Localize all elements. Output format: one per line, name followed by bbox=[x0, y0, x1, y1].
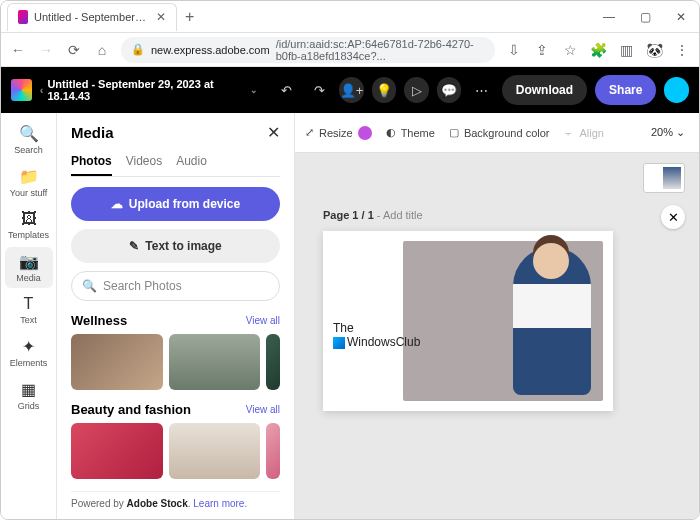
close-tab-icon[interactable]: ✕ bbox=[156, 10, 166, 24]
align-icon: ⫟ bbox=[563, 127, 574, 139]
search-icon: 🔍 bbox=[82, 279, 97, 293]
page-label[interactable]: Page 1 / 1 - Add title bbox=[323, 209, 423, 221]
extensions-icon[interactable]: 🧩 bbox=[589, 41, 607, 59]
grids-icon: ▦ bbox=[21, 380, 36, 399]
tab-favicon bbox=[18, 10, 28, 24]
app-header: ‹ Untitled - September 29, 2023 at 18.14… bbox=[1, 67, 699, 113]
download-button[interactable]: Download bbox=[502, 75, 587, 105]
elements-icon: ✦ bbox=[22, 337, 35, 356]
share-url-icon[interactable]: ⇪ bbox=[533, 41, 551, 59]
bgcolor-tool[interactable]: ▢Background color bbox=[449, 126, 550, 139]
stock-photo-thumb[interactable] bbox=[266, 334, 280, 390]
address-bar[interactable]: 🔒 new.express.adobe.com/id/urn:aaid:sc:A… bbox=[121, 37, 495, 63]
help-icon[interactable]: 💡 bbox=[372, 77, 397, 103]
wellness-thumbs bbox=[71, 334, 280, 390]
logo-square-icon bbox=[333, 337, 345, 349]
page-thumbnail[interactable] bbox=[643, 163, 685, 193]
breadcrumb[interactable]: ‹ Untitled - September 29, 2023 at 18.14… bbox=[40, 78, 259, 102]
align-tool: ⫟Align bbox=[563, 127, 603, 139]
bgcolor-icon: ▢ bbox=[449, 126, 459, 139]
search-photos-input[interactable]: 🔍 Search Photos bbox=[71, 271, 280, 301]
resize-tool[interactable]: ⤢Resize bbox=[305, 126, 372, 140]
invite-icon[interactable]: 👤+ bbox=[339, 77, 364, 103]
media-tabs: Photos Videos Audio bbox=[71, 148, 280, 177]
stock-photo-thumb[interactable] bbox=[71, 334, 163, 390]
tab-videos[interactable]: Videos bbox=[126, 148, 162, 176]
rail-your-stuff[interactable]: 📁Your stuff bbox=[5, 162, 53, 203]
url-path: /id/urn:aaid:sc:AP:64e6781d-72b6-4270-b0… bbox=[276, 38, 485, 62]
beauty-view-all[interactable]: View all bbox=[246, 404, 280, 415]
rail-elements[interactable]: ✦Elements bbox=[5, 332, 53, 373]
close-panel-icon[interactable]: ✕ bbox=[267, 123, 280, 142]
ai-icon: ✎ bbox=[129, 239, 139, 253]
panel-title: Media bbox=[71, 124, 114, 141]
reading-list-icon[interactable]: ▥ bbox=[617, 41, 635, 59]
learn-more-link[interactable]: Learn more. bbox=[193, 498, 247, 509]
url-domain: new.express.adobe.com bbox=[151, 44, 270, 56]
share-button[interactable]: Share bbox=[595, 75, 656, 105]
rail-text[interactable]: TText bbox=[5, 290, 53, 330]
chevron-down-icon: ⌄ bbox=[676, 126, 685, 138]
tab-audio[interactable]: Audio bbox=[176, 148, 207, 176]
close-window-button[interactable]: ✕ bbox=[663, 1, 699, 33]
stock-photo-thumb[interactable] bbox=[71, 423, 163, 479]
placed-image[interactable] bbox=[403, 241, 603, 401]
redo-icon[interactable]: ↷ bbox=[307, 77, 332, 103]
adobe-express-logo[interactable] bbox=[11, 79, 32, 101]
tab-title: Untitled - September 29, 2023 a bbox=[34, 11, 146, 23]
comment-icon[interactable]: 💬 bbox=[437, 77, 462, 103]
forward-icon: → bbox=[37, 41, 55, 59]
more-icon[interactable]: ⋯ bbox=[469, 77, 494, 103]
rail-search[interactable]: 🔍Search bbox=[5, 119, 53, 160]
resize-icon: ⤢ bbox=[305, 126, 314, 139]
bookmark-icon[interactable]: ☆ bbox=[561, 41, 579, 59]
reload-icon[interactable]: ⟳ bbox=[65, 41, 83, 59]
present-icon[interactable]: ▷ bbox=[404, 77, 429, 103]
premium-badge bbox=[358, 126, 372, 140]
section-beauty-title: Beauty and fashion bbox=[71, 402, 191, 417]
workspace: 🔍Search 📁Your stuff 🖼Templates 📷Media TT… bbox=[1, 113, 699, 519]
canvas-page[interactable]: The WindowsClub bbox=[323, 231, 613, 411]
browser-tab[interactable]: Untitled - September 29, 2023 a ✕ bbox=[7, 3, 177, 31]
folder-icon: 📁 bbox=[19, 167, 39, 186]
theme-icon: ◐ bbox=[386, 126, 396, 139]
new-tab-button[interactable]: + bbox=[185, 8, 194, 26]
browser-menu-icon[interactable]: ⋮ bbox=[673, 41, 691, 59]
lock-icon: 🔒 bbox=[131, 43, 145, 56]
theme-tool[interactable]: ◐Theme bbox=[386, 126, 435, 139]
rail-grids[interactable]: ▦Grids bbox=[5, 375, 53, 416]
upload-icon: ☁︎ bbox=[111, 197, 123, 211]
media-panel: Media ✕ Photos Videos Audio ☁︎ Upload fr… bbox=[57, 113, 295, 519]
minimize-button[interactable]: — bbox=[591, 1, 627, 33]
watermark: The WindowsClub bbox=[333, 321, 420, 350]
canvas-toolbar: ⤢Resize ◐Theme ▢Background color ⫟Align … bbox=[295, 113, 699, 153]
user-avatar[interactable] bbox=[664, 77, 689, 103]
rail-templates[interactable]: 🖼Templates bbox=[5, 205, 53, 245]
back-icon[interactable]: ← bbox=[9, 41, 27, 59]
tab-photos[interactable]: Photos bbox=[71, 148, 112, 176]
search-placeholder: Search Photos bbox=[103, 279, 182, 293]
powered-by: Powered by Adobe Stock. Learn more. bbox=[71, 491, 280, 509]
chevron-left-icon: ‹ bbox=[40, 84, 44, 96]
rail-media[interactable]: 📷Media bbox=[5, 247, 53, 288]
zoom-dropdown[interactable]: 20% ⌄ bbox=[651, 126, 689, 139]
maximize-button[interactable]: ▢ bbox=[627, 1, 663, 33]
text-icon: T bbox=[24, 295, 34, 313]
stock-photo-thumb[interactable] bbox=[169, 334, 261, 390]
stock-photo-thumb[interactable] bbox=[266, 423, 280, 479]
left-rail: 🔍Search 📁Your stuff 🖼Templates 📷Media TT… bbox=[1, 113, 57, 519]
text-to-image-button[interactable]: ✎ Text to image bbox=[71, 229, 280, 263]
templates-icon: 🖼 bbox=[21, 210, 37, 228]
home-icon[interactable]: ⌂ bbox=[93, 41, 111, 59]
canvas-area: ⤢Resize ◐Theme ▢Background color ⫟Align … bbox=[295, 113, 699, 519]
chevron-down-icon: ⌄ bbox=[250, 85, 258, 95]
upload-button[interactable]: ☁︎ Upload from device bbox=[71, 187, 280, 221]
stock-photo-thumb[interactable] bbox=[169, 423, 261, 479]
media-icon: 📷 bbox=[19, 252, 39, 271]
install-icon[interactable]: ⇩ bbox=[505, 41, 523, 59]
undo-icon[interactable]: ↶ bbox=[274, 77, 299, 103]
window-titlebar: Untitled - September 29, 2023 a ✕ + — ▢ … bbox=[1, 1, 699, 33]
close-page-button[interactable]: ✕ bbox=[661, 205, 685, 229]
wellness-view-all[interactable]: View all bbox=[246, 315, 280, 326]
profile-avatar-icon[interactable]: 🐼 bbox=[645, 41, 663, 59]
